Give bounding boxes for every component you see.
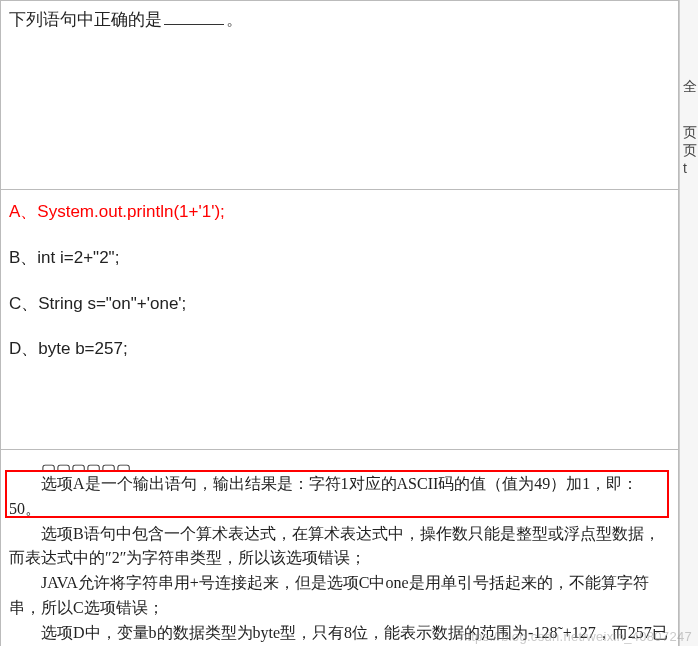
explanation-p1: 选项A是一个输出语句，输出结果是：字符1对应的ASCII码的值（值为49）加1，…: [9, 472, 670, 522]
question-stem-prefix: 下列语句中正确的是: [9, 10, 162, 29]
explanation-panel: ▢▢▢▢▢▢ 选项A是一个输出语句，输出结果是：字符1对应的ASCII码的值（值…: [0, 450, 679, 646]
option-c: C、String s="on"+'one';: [9, 292, 670, 316]
explanation-p2: 选项B语句中包含一个算术表达式，在算术表达式中，操作数只能是整型或浮点型数据，而…: [9, 522, 670, 572]
option-a: A、System.out.println(1+'1');: [9, 200, 670, 224]
sidebar-text-4: t: [680, 160, 698, 176]
options-panel: A、System.out.println(1+'1'); B、int i=2+"…: [0, 190, 679, 450]
right-sidebar: 全 页 页 t: [679, 0, 698, 646]
explanation-truncated-line: ▢▢▢▢▢▢: [41, 458, 670, 472]
sidebar-text-1: 全: [680, 78, 698, 96]
question-panel: 下列语句中正确的是。: [0, 0, 679, 190]
explanation-p3: JAVA允许将字符串用+号连接起来，但是选项C中one是用单引号括起来的，不能算…: [9, 571, 670, 621]
option-b: B、int i=2+"2";: [9, 246, 670, 270]
answer-blank: [164, 8, 224, 25]
watermark: https://blog.csdn.net/weixin_40807247: [460, 629, 692, 644]
sidebar-text-2: 页: [680, 124, 698, 142]
question-stem-suffix: 。: [226, 10, 243, 29]
option-d: D、byte b=257;: [9, 337, 670, 361]
sidebar-text-3: 页: [680, 142, 698, 160]
